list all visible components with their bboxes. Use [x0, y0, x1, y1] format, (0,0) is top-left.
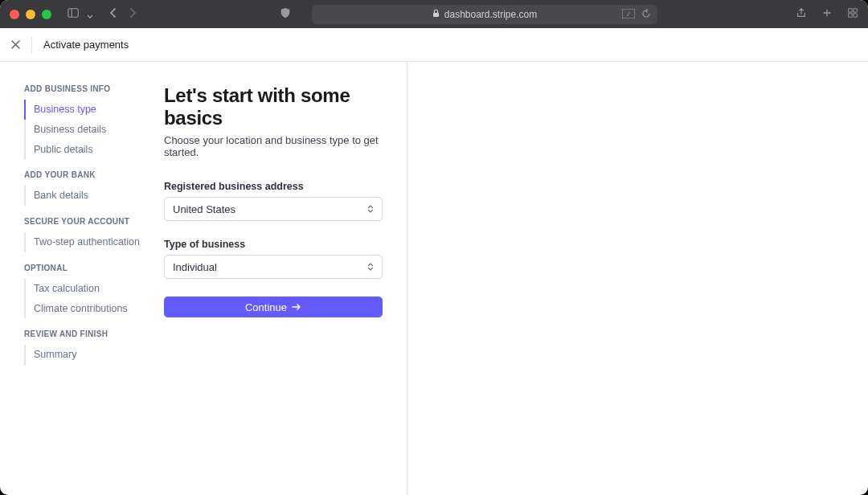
svg-text:⤢: ⤢ [626, 11, 631, 17]
business-type-field-label: Type of business [164, 239, 407, 250]
sidebar-item-business-details[interactable]: Business details [24, 120, 164, 140]
country-select-value: United States [173, 203, 235, 215]
close-icon[interactable] [11, 37, 32, 53]
sidebar-item-climate[interactable]: Climate contributions [24, 299, 164, 319]
page-header-title: Activate payments [43, 39, 129, 51]
svg-rect-6 [854, 8, 857, 11]
sidebar-item-summary[interactable]: Summary [24, 345, 164, 365]
lock-icon [432, 9, 440, 19]
browser-titlebar: dashboard.stripe.com ⤢ [0, 0, 868, 28]
sidebar-item-tax[interactable]: Tax calculation [24, 279, 164, 299]
business-type-select[interactable]: Individual [164, 255, 383, 279]
country-select[interactable]: United States [164, 197, 383, 221]
main-content: Let's start with some basics Choose your… [164, 62, 868, 495]
svg-rect-5 [849, 8, 852, 11]
address-field-label: Registered business address [164, 181, 407, 192]
minimize-window-button[interactable] [26, 10, 35, 19]
select-arrows-icon [367, 263, 374, 271]
back-button[interactable] [109, 7, 117, 22]
sidebar-item-two-step[interactable]: Two-step authentication [24, 232, 164, 252]
page-title: Let's start with some basics [164, 84, 407, 129]
sidebar-item-bank-details[interactable]: Bank details [24, 186, 164, 206]
privacy-shield-icon[interactable] [280, 7, 291, 22]
sidebar-section-review: REVIEW AND FINISH [24, 329, 164, 338]
sidebar-toggle-icon[interactable] [68, 7, 79, 22]
sidebar-section-bank: ADD YOUR BANK [24, 170, 164, 179]
continue-button-label: Continue [245, 301, 287, 313]
maximize-window-button[interactable] [42, 10, 51, 19]
sidebar-item-business-type[interactable]: Business type [24, 100, 164, 120]
share-icon[interactable] [796, 7, 807, 22]
tabs-overview-icon[interactable] [847, 7, 858, 22]
select-arrows-icon [367, 205, 374, 213]
sidebar-section-business-info: ADD BUSINESS INFO [24, 84, 164, 93]
svg-rect-8 [854, 13, 857, 16]
chevron-down-icon[interactable] [87, 7, 93, 22]
sidebar-section-secure: SECURE YOUR ACCOUNT [24, 217, 164, 226]
sidebar-section-optional: OPTIONAL [24, 264, 164, 272]
reader-icon[interactable]: ⤢ [622, 9, 635, 20]
content-area: ADD BUSINESS INFO Business type Business… [0, 62, 868, 495]
window-controls [10, 10, 51, 19]
svg-rect-2 [433, 13, 439, 17]
address-bar[interactable]: dashboard.stripe.com ⤢ [312, 5, 657, 24]
sidebar-item-public-details[interactable]: Public details [24, 140, 164, 160]
close-window-button[interactable] [10, 10, 19, 19]
page-subtitle: Choose your location and business type t… [164, 134, 407, 158]
forward-button[interactable] [129, 7, 137, 22]
page-header: Activate payments [0, 28, 868, 62]
sidebar-nav: ADD BUSINESS INFO Business type Business… [0, 62, 164, 495]
arrow-right-icon [292, 301, 301, 313]
business-type-select-value: Individual [173, 261, 217, 273]
svg-rect-0 [68, 8, 78, 17]
continue-button[interactable]: Continue [164, 297, 383, 317]
svg-rect-7 [849, 13, 852, 16]
url-text: dashboard.stripe.com [444, 9, 537, 20]
browser-window: dashboard.stripe.com ⤢ [0, 0, 868, 495]
new-tab-icon[interactable] [821, 7, 833, 22]
reload-icon[interactable] [641, 9, 651, 20]
vertical-divider [407, 62, 407, 495]
